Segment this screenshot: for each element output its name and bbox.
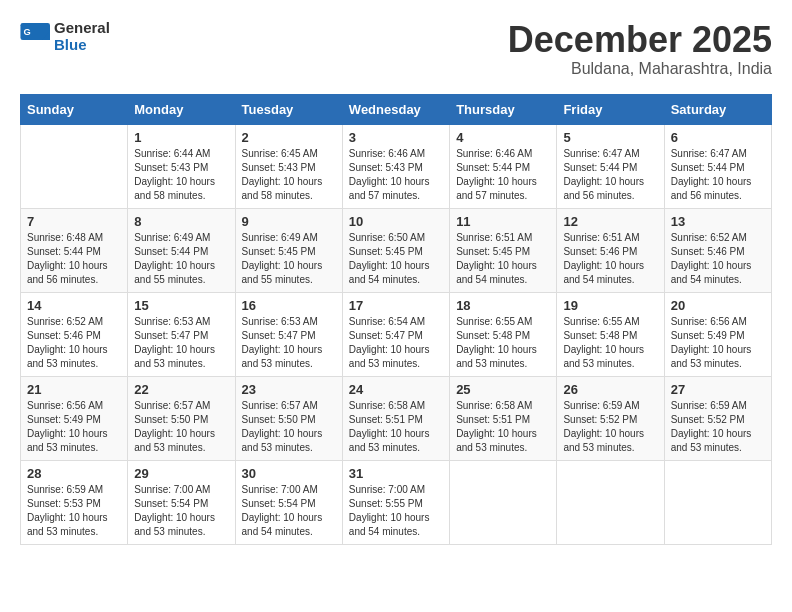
calendar-cell: 12Sunrise: 6:51 AMSunset: 5:46 PMDayligh… bbox=[557, 208, 664, 292]
calendar-cell bbox=[450, 460, 557, 544]
day-number: 12 bbox=[563, 214, 657, 229]
day-number: 11 bbox=[456, 214, 550, 229]
svg-text:G: G bbox=[24, 27, 31, 37]
page-header: G General Blue December 2025 Buldana, Ma… bbox=[20, 20, 772, 78]
day-number: 30 bbox=[242, 466, 336, 481]
day-number: 15 bbox=[134, 298, 228, 313]
calendar-cell: 21Sunrise: 6:56 AMSunset: 5:49 PMDayligh… bbox=[21, 376, 128, 460]
calendar-cell: 10Sunrise: 6:50 AMSunset: 5:45 PMDayligh… bbox=[342, 208, 449, 292]
calendar-cell: 19Sunrise: 6:55 AMSunset: 5:48 PMDayligh… bbox=[557, 292, 664, 376]
day-info: Sunrise: 6:49 AMSunset: 5:45 PMDaylight:… bbox=[242, 231, 336, 287]
calendar-cell: 2Sunrise: 6:45 AMSunset: 5:43 PMDaylight… bbox=[235, 124, 342, 208]
calendar-cell: 26Sunrise: 6:59 AMSunset: 5:52 PMDayligh… bbox=[557, 376, 664, 460]
day-number: 19 bbox=[563, 298, 657, 313]
day-info: Sunrise: 6:59 AMSunset: 5:53 PMDaylight:… bbox=[27, 483, 121, 539]
day-number: 18 bbox=[456, 298, 550, 313]
calendar-cell: 28Sunrise: 6:59 AMSunset: 5:53 PMDayligh… bbox=[21, 460, 128, 544]
day-info: Sunrise: 7:00 AMSunset: 5:54 PMDaylight:… bbox=[134, 483, 228, 539]
day-number: 22 bbox=[134, 382, 228, 397]
calendar-cell: 13Sunrise: 6:52 AMSunset: 5:46 PMDayligh… bbox=[664, 208, 771, 292]
col-header-monday: Monday bbox=[128, 94, 235, 124]
calendar-cell: 9Sunrise: 6:49 AMSunset: 5:45 PMDaylight… bbox=[235, 208, 342, 292]
day-info: Sunrise: 6:55 AMSunset: 5:48 PMDaylight:… bbox=[563, 315, 657, 371]
day-number: 17 bbox=[349, 298, 443, 313]
day-number: 7 bbox=[27, 214, 121, 229]
day-info: Sunrise: 6:46 AMSunset: 5:44 PMDaylight:… bbox=[456, 147, 550, 203]
day-number: 13 bbox=[671, 214, 765, 229]
day-info: Sunrise: 6:58 AMSunset: 5:51 PMDaylight:… bbox=[349, 399, 443, 455]
calendar-cell: 1Sunrise: 6:44 AMSunset: 5:43 PMDaylight… bbox=[128, 124, 235, 208]
day-info: Sunrise: 6:59 AMSunset: 5:52 PMDaylight:… bbox=[671, 399, 765, 455]
day-info: Sunrise: 6:58 AMSunset: 5:51 PMDaylight:… bbox=[456, 399, 550, 455]
title-area: December 2025 Buldana, Maharashtra, Indi… bbox=[508, 20, 772, 78]
month-title: December 2025 bbox=[508, 20, 772, 60]
calendar-cell: 5Sunrise: 6:47 AMSunset: 5:44 PMDaylight… bbox=[557, 124, 664, 208]
day-info: Sunrise: 6:56 AMSunset: 5:49 PMDaylight:… bbox=[671, 315, 765, 371]
col-header-thursday: Thursday bbox=[450, 94, 557, 124]
day-number: 16 bbox=[242, 298, 336, 313]
calendar-cell: 27Sunrise: 6:59 AMSunset: 5:52 PMDayligh… bbox=[664, 376, 771, 460]
day-number: 26 bbox=[563, 382, 657, 397]
calendar-cell: 16Sunrise: 6:53 AMSunset: 5:47 PMDayligh… bbox=[235, 292, 342, 376]
day-info: Sunrise: 6:48 AMSunset: 5:44 PMDaylight:… bbox=[27, 231, 121, 287]
day-info: Sunrise: 6:44 AMSunset: 5:43 PMDaylight:… bbox=[134, 147, 228, 203]
calendar-cell: 23Sunrise: 6:57 AMSunset: 5:50 PMDayligh… bbox=[235, 376, 342, 460]
location-subtitle: Buldana, Maharashtra, India bbox=[508, 60, 772, 78]
calendar-cell: 3Sunrise: 6:46 AMSunset: 5:43 PMDaylight… bbox=[342, 124, 449, 208]
day-number: 5 bbox=[563, 130, 657, 145]
day-info: Sunrise: 6:49 AMSunset: 5:44 PMDaylight:… bbox=[134, 231, 228, 287]
day-number: 29 bbox=[134, 466, 228, 481]
day-number: 4 bbox=[456, 130, 550, 145]
calendar-cell: 4Sunrise: 6:46 AMSunset: 5:44 PMDaylight… bbox=[450, 124, 557, 208]
day-info: Sunrise: 6:59 AMSunset: 5:52 PMDaylight:… bbox=[563, 399, 657, 455]
day-number: 25 bbox=[456, 382, 550, 397]
day-info: Sunrise: 6:47 AMSunset: 5:44 PMDaylight:… bbox=[671, 147, 765, 203]
day-info: Sunrise: 6:54 AMSunset: 5:47 PMDaylight:… bbox=[349, 315, 443, 371]
day-info: Sunrise: 6:51 AMSunset: 5:46 PMDaylight:… bbox=[563, 231, 657, 287]
col-header-wednesday: Wednesday bbox=[342, 94, 449, 124]
day-number: 20 bbox=[671, 298, 765, 313]
col-header-sunday: Sunday bbox=[21, 94, 128, 124]
calendar-cell: 25Sunrise: 6:58 AMSunset: 5:51 PMDayligh… bbox=[450, 376, 557, 460]
day-info: Sunrise: 6:45 AMSunset: 5:43 PMDaylight:… bbox=[242, 147, 336, 203]
calendar-cell: 20Sunrise: 6:56 AMSunset: 5:49 PMDayligh… bbox=[664, 292, 771, 376]
calendar-week-row: 28Sunrise: 6:59 AMSunset: 5:53 PMDayligh… bbox=[21, 460, 772, 544]
calendar-cell: 30Sunrise: 7:00 AMSunset: 5:54 PMDayligh… bbox=[235, 460, 342, 544]
calendar-cell bbox=[21, 124, 128, 208]
calendar-cell: 8Sunrise: 6:49 AMSunset: 5:44 PMDaylight… bbox=[128, 208, 235, 292]
calendar-cell: 24Sunrise: 6:58 AMSunset: 5:51 PMDayligh… bbox=[342, 376, 449, 460]
logo: G General Blue bbox=[20, 20, 110, 53]
day-info: Sunrise: 6:47 AMSunset: 5:44 PMDaylight:… bbox=[563, 147, 657, 203]
day-number: 31 bbox=[349, 466, 443, 481]
calendar-header-row: SundayMondayTuesdayWednesdayThursdayFrid… bbox=[21, 94, 772, 124]
calendar-cell: 22Sunrise: 6:57 AMSunset: 5:50 PMDayligh… bbox=[128, 376, 235, 460]
calendar-cell: 18Sunrise: 6:55 AMSunset: 5:48 PMDayligh… bbox=[450, 292, 557, 376]
col-header-saturday: Saturday bbox=[664, 94, 771, 124]
calendar-cell: 29Sunrise: 7:00 AMSunset: 5:54 PMDayligh… bbox=[128, 460, 235, 544]
day-number: 6 bbox=[671, 130, 765, 145]
day-info: Sunrise: 6:53 AMSunset: 5:47 PMDaylight:… bbox=[242, 315, 336, 371]
calendar-cell bbox=[557, 460, 664, 544]
day-number: 24 bbox=[349, 382, 443, 397]
day-number: 8 bbox=[134, 214, 228, 229]
calendar-cell: 17Sunrise: 6:54 AMSunset: 5:47 PMDayligh… bbox=[342, 292, 449, 376]
day-info: Sunrise: 7:00 AMSunset: 5:55 PMDaylight:… bbox=[349, 483, 443, 539]
calendar-week-row: 14Sunrise: 6:52 AMSunset: 5:46 PMDayligh… bbox=[21, 292, 772, 376]
day-info: Sunrise: 6:52 AMSunset: 5:46 PMDaylight:… bbox=[27, 315, 121, 371]
day-number: 1 bbox=[134, 130, 228, 145]
day-info: Sunrise: 6:56 AMSunset: 5:49 PMDaylight:… bbox=[27, 399, 121, 455]
day-info: Sunrise: 6:53 AMSunset: 5:47 PMDaylight:… bbox=[134, 315, 228, 371]
day-number: 9 bbox=[242, 214, 336, 229]
calendar-table: SundayMondayTuesdayWednesdayThursdayFrid… bbox=[20, 94, 772, 545]
calendar-cell: 15Sunrise: 6:53 AMSunset: 5:47 PMDayligh… bbox=[128, 292, 235, 376]
calendar-week-row: 21Sunrise: 6:56 AMSunset: 5:49 PMDayligh… bbox=[21, 376, 772, 460]
day-info: Sunrise: 6:55 AMSunset: 5:48 PMDaylight:… bbox=[456, 315, 550, 371]
calendar-cell: 11Sunrise: 6:51 AMSunset: 5:45 PMDayligh… bbox=[450, 208, 557, 292]
day-number: 28 bbox=[27, 466, 121, 481]
day-info: Sunrise: 7:00 AMSunset: 5:54 PMDaylight:… bbox=[242, 483, 336, 539]
logo-general: General bbox=[54, 19, 110, 36]
day-info: Sunrise: 6:57 AMSunset: 5:50 PMDaylight:… bbox=[242, 399, 336, 455]
col-header-tuesday: Tuesday bbox=[235, 94, 342, 124]
day-info: Sunrise: 6:52 AMSunset: 5:46 PMDaylight:… bbox=[671, 231, 765, 287]
calendar-week-row: 7Sunrise: 6:48 AMSunset: 5:44 PMDaylight… bbox=[21, 208, 772, 292]
